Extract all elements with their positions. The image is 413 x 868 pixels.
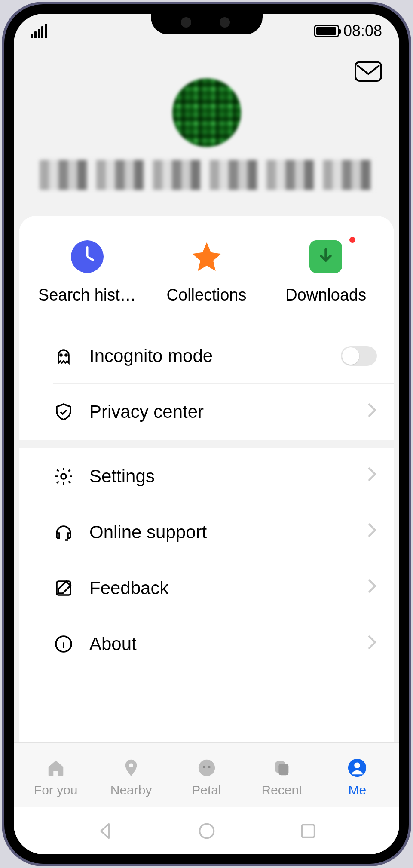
quick-downloads[interactable]: Downloads [266,239,385,304]
tab-nearby[interactable]: Nearby [93,757,168,797]
svg-point-8 [203,766,205,768]
clock-icon [71,240,104,273]
username[interactable] [40,160,373,190]
row-label: Incognito mode [89,346,325,366]
svg-point-1 [60,354,62,356]
profile-header [14,48,399,216]
quick-label: Collections [167,286,247,304]
svg-point-9 [208,766,210,768]
svg-point-6 [129,763,133,767]
stack-icon [271,757,293,779]
svg-rect-0 [355,62,381,81]
svg-rect-11 [278,764,288,775]
ghost-icon [53,346,74,366]
tab-label: Petal [192,783,221,797]
row-about[interactable]: About [53,616,394,672]
quick-search-history[interactable]: Search hist… [28,239,147,304]
recents-button[interactable] [297,820,319,842]
pin-icon [120,757,142,779]
main-card: Search hist… Collections [19,216,394,742]
section-separator [19,440,394,448]
bottom-tab-bar: For you Nearby Petal Recent [14,742,399,807]
person-icon [346,757,368,779]
compose-icon [53,578,74,598]
gear-icon [53,466,74,487]
svg-point-14 [199,824,214,838]
tab-label: Recent [261,783,302,797]
row-online-support[interactable]: Online support [53,504,394,560]
row-label: Online support [89,522,352,543]
row-feedback[interactable]: Feedback [53,560,394,616]
tab-label: Nearby [110,783,152,797]
row-label: About [89,634,352,654]
svg-point-7 [198,759,214,776]
home-button[interactable] [196,820,217,842]
svg-point-13 [355,762,360,768]
tab-me[interactable]: Me [320,757,395,797]
messages-button[interactable] [355,61,382,82]
chevron-right-icon [367,403,377,421]
svg-point-3 [61,474,66,479]
avatar[interactable] [172,78,241,147]
chevron-right-icon [367,467,377,485]
row-privacy-center[interactable]: Privacy center [53,384,394,440]
back-button[interactable] [94,820,116,842]
row-label: Feedback [89,578,352,598]
shield-icon [53,402,74,422]
svg-rect-15 [302,825,315,837]
signal-icon [31,24,47,38]
tab-label: Me [348,783,366,797]
tab-label: For you [34,783,78,797]
row-settings[interactable]: Settings [53,448,394,504]
quick-label: Search hist… [38,286,136,304]
quick-label: Downloads [285,286,366,304]
info-icon [53,634,74,654]
chevron-right-icon [367,579,377,597]
row-label: Settings [89,466,352,487]
quick-collections[interactable]: Collections [147,239,266,304]
battery-icon [314,25,339,37]
row-incognito-mode[interactable]: Incognito mode [53,328,394,384]
face-icon [196,757,217,779]
system-nav-bar [14,807,399,854]
device-notch [151,4,263,34]
status-time: 08:08 [343,22,382,40]
notification-dot [349,237,355,243]
star-icon [190,239,224,274]
row-label: Privacy center [89,402,352,422]
chevron-right-icon [367,635,377,653]
headset-icon [53,522,74,543]
home-icon [45,757,67,779]
tab-for-you[interactable]: For you [18,757,93,797]
svg-point-2 [65,354,67,356]
incognito-toggle[interactable] [341,346,377,366]
chevron-right-icon [367,523,377,541]
tab-recent[interactable]: Recent [244,757,319,797]
tab-petal[interactable]: Petal [169,757,244,797]
download-icon [309,240,342,273]
